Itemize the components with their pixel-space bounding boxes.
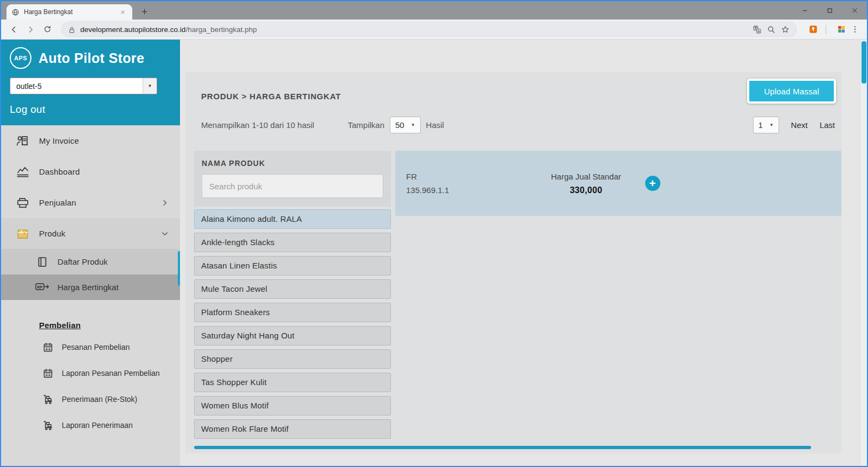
content-row: NAMA PRODUK Alaina Kimono adult. RALAAnk… [194, 151, 841, 443]
app-body: APS Auto Pilot Store outlet-5 ▼ Log out … [1, 40, 867, 466]
sidebar-item-label: Penjualan [39, 198, 76, 207]
product-id-block: FR 135.969.1.1 [406, 170, 449, 197]
password-extension-icon[interactable] [808, 24, 818, 34]
sidebar-item-penerimaan-restok[interactable]: Penerimaan (Re-Stok) [1, 386, 180, 412]
last-page-link[interactable]: Last [820, 120, 835, 130]
sidebar-section-pembelian[interactable]: Pembelian [39, 321, 180, 330]
sidebar-item-dashboard[interactable]: Dashboard [1, 156, 180, 187]
page-select-value: 1 [758, 120, 763, 130]
chevron-down-icon [160, 229, 169, 238]
tab-close-icon[interactable] [118, 8, 127, 17]
browser-tab[interactable]: Harga Bertingkat [7, 4, 132, 20]
logout-link[interactable]: Log out [10, 104, 171, 116]
extension-icon[interactable] [837, 24, 846, 34]
page-size-value: 50 [395, 120, 404, 130]
sidebar-item-laporan-pesanan-pembelian[interactable]: Laporan Pesanan Pembelian [1, 360, 180, 386]
product-list: Alaina Kimono adult. RALAAnkle-length Sl… [194, 209, 391, 439]
product-list-item[interactable]: Mule Tacon Jewel [194, 279, 391, 299]
zoom-icon[interactable] [767, 25, 776, 34]
site-favicon-icon [11, 8, 20, 16]
page-select[interactable]: 1 ▼ [753, 117, 779, 133]
sidebar-item-penjualan[interactable]: Penjualan [1, 187, 180, 218]
new-tab-button[interactable] [137, 4, 152, 18]
vertical-scrollbar-thumb[interactable] [861, 41, 866, 84]
list-controls: Menampilkan 1-10 dari 10 hasil Tampilkan… [185, 117, 841, 133]
content-card: PRODUK > HARGA BERTINGKAT Upload Massal … [185, 72, 841, 453]
cash-register-icon [16, 196, 30, 210]
results-label: Hasil [426, 120, 444, 130]
sidebar-item-produk[interactable]: Produk [1, 218, 180, 249]
upload-massal-button[interactable]: Upload Massal [747, 79, 836, 104]
add-price-tier-button[interactable]: + [645, 176, 660, 191]
sidebar-item-pesanan-pembelian[interactable]: Pesanan Pembelian [1, 334, 180, 360]
outlet-select[interactable]: outlet-5 ▼ [10, 78, 157, 94]
next-page-link[interactable]: Next [791, 120, 808, 130]
url-text: development.autopilotstore.co.id/harga_b… [80, 25, 748, 34]
sidebar-item-label: Laporan Penerimaan [62, 421, 133, 430]
calendar-icon [42, 368, 54, 379]
svg-text:RP: RP [37, 284, 42, 289]
results-summary: Menampilkan 1-10 dari 10 hasil [201, 120, 314, 130]
price-block: Harga Jual Standar 330,000 [551, 170, 621, 197]
search-input[interactable] [202, 174, 383, 198]
product-list-item[interactable]: Shopper [194, 349, 391, 369]
main-content: PRODUK > HARGA BERTINGKAT Upload Massal … [180, 40, 867, 466]
sidebar-item-label: Laporan Pesanan Pembelian [62, 369, 160, 378]
sidebar-item-my-invoice[interactable]: My Invoice [1, 125, 180, 156]
card-header: PRODUK > HARGA BERTINGKAT Upload Massal [185, 72, 841, 104]
sidebar-item-label: Dashboard [39, 167, 80, 176]
show-label: Tampilkan [348, 120, 384, 130]
product-list-item[interactable]: Platform Sneakers [194, 303, 391, 322]
product-list-item[interactable]: Atasan Linen Elastis [194, 256, 391, 276]
sidebar-item-daftar-produk[interactable]: Daftar Produk [1, 249, 180, 274]
sidebar-item-label: Produk [39, 229, 66, 238]
sidebar-item-laporan-penerimaan[interactable]: Laporan Penerimaan [1, 412, 180, 438]
sidebar-item-label: Penerimaan (Re-Stok) [62, 395, 137, 404]
brand-logo-icon: APS [10, 47, 31, 69]
padlock-icon[interactable] [68, 26, 75, 33]
product-list-header: NAMA PRODUK [194, 151, 391, 207]
brand-name: Auto Pilot Store [38, 50, 144, 66]
price-label: Harga Jual Standar [551, 170, 621, 183]
forward-button[interactable] [23, 22, 38, 37]
sidebar-scrollbar-thumb[interactable] [178, 251, 180, 286]
product-list-item[interactable]: Alaina Kimono adult. RALA [194, 209, 391, 229]
page-size-select[interactable]: 50 ▼ [390, 117, 421, 133]
bookmark-star-icon[interactable] [781, 25, 790, 34]
product-list-title: NAMA PRODUK [202, 159, 383, 168]
browser-menu-icon[interactable] [850, 23, 860, 36]
reload-button[interactable] [40, 22, 55, 37]
sidebar-menu: My Invoice Dashboard Penjualan [1, 125, 180, 466]
sidebar-item-label: My Invoice [39, 136, 79, 145]
url-domain: development.autopilotstore.co.id [80, 25, 185, 34]
url-bar[interactable]: development.autopilotstore.co.id/harga_b… [61, 22, 797, 37]
product-list-item[interactable]: Tas Shopper Kulit [194, 373, 391, 392]
brand: APS Auto Pilot Store [10, 47, 171, 69]
sidebar-item-harga-bertingkat[interactable]: RP Harga Bertingkat [1, 274, 180, 300]
product-code: FR [406, 170, 449, 183]
hand-truck-icon [42, 394, 54, 405]
browser-toolbar: development.autopilotstore.co.id/harga_b… [1, 20, 867, 40]
product-list-item[interactable]: Women Rok Flare Motif [194, 419, 391, 439]
back-button[interactable] [7, 22, 21, 37]
vertical-scrollbar[interactable] [860, 40, 867, 466]
sidebar: APS Auto Pilot Store outlet-5 ▼ Log out … [1, 40, 180, 466]
maximize-button[interactable] [817, 1, 842, 20]
chevron-down-icon: ▼ [143, 78, 157, 94]
product-list-item[interactable]: Saturday Night Hang Out [194, 326, 391, 346]
dashboard-chart-icon [16, 165, 30, 179]
breadcrumb: PRODUK > HARGA BERTINGKAT [201, 92, 341, 101]
product-list-item[interactable]: Ankle-length Slacks [194, 233, 391, 252]
chevron-down-icon: ▼ [769, 123, 774, 127]
product-list-item[interactable]: Women Blus Motif [194, 396, 391, 415]
window-controls [792, 1, 867, 20]
close-button[interactable] [842, 1, 867, 20]
minimize-button[interactable] [792, 1, 817, 20]
horizontal-scrollbar[interactable] [194, 446, 811, 449]
toolbar-separator [826, 25, 826, 34]
translate-icon[interactable] [753, 25, 762, 34]
price-value: 330,000 [551, 183, 621, 197]
sidebar-item-label: Pesanan Pembelian [62, 343, 130, 351]
product-column: NAMA PRODUK Alaina Kimono adult. RALAAnk… [194, 151, 391, 443]
price-tag-icon: RP [35, 281, 49, 294]
